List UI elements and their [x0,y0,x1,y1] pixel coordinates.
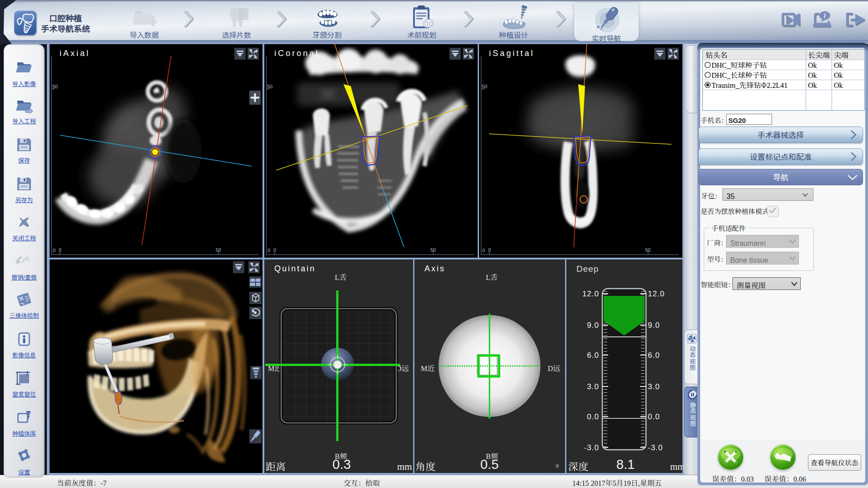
svg-text:i: i [824,12,826,19]
